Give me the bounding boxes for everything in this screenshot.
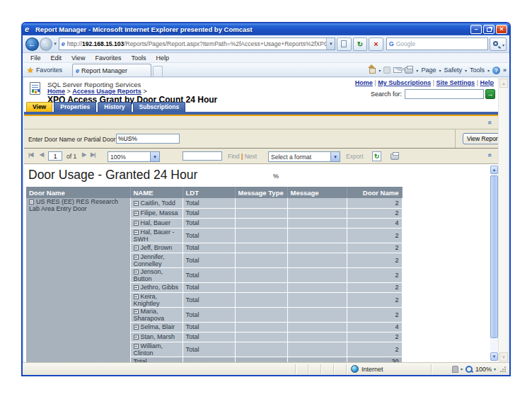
export-format-select[interactable]: Select a format ▾ [268,151,340,162]
scroll-down-icon[interactable]: ▼ [490,352,498,361]
help-icon[interactable]: ? [492,66,500,74]
history-dropdown-icon[interactable]: ▾ [54,41,57,47]
page-menu[interactable]: Page [421,66,436,74]
print-dropdown-icon[interactable]: ▾ [416,68,418,73]
scroll-up-icon[interactable]: ▲ [490,166,498,174]
prev-page-icon[interactable]: ◀ [40,151,43,158]
count-cell: 2 [347,342,402,357]
browser-scroll-down-icon[interactable]: ▼ [499,352,508,362]
breadcrumb-home[interactable]: Home [47,88,65,95]
zoom-select[interactable]: 100% ▾ [108,151,160,162]
expand-icon[interactable]: + [134,245,139,250]
new-tab-stub[interactable] [153,66,163,76]
link-help[interactable]: Help [480,79,494,86]
viewer-toolbar: |◀ ◀ of 1 ▶ ▶| 100% ▾ Find | Next Select… [24,149,498,164]
count-cell: 2 [347,228,402,243]
web-search-input[interactable]: G Google [386,37,489,50]
tab-history[interactable]: History [98,102,131,112]
link-home[interactable]: Home [355,79,373,86]
expand-icon[interactable]: + [134,270,139,274]
expand-icon[interactable]: + [134,294,139,299]
expand-icon[interactable]: + [134,201,139,206]
expand-icon[interactable]: + [134,230,139,235]
breadcrumb-folder[interactable]: Access Usage Reports [72,88,141,95]
refresh-button[interactable]: ↻ [353,37,368,51]
report-scrollbar[interactable]: ▲ ▼ [490,166,498,361]
next-page-icon[interactable]: ▶ [82,151,86,158]
expand-icon[interactable]: + [134,221,139,226]
tools-menu[interactable]: Tools [470,66,485,74]
expand-icon[interactable]: + [134,344,139,349]
address-dropdown-icon[interactable]: ▾ [326,38,335,50]
home-icon[interactable] [368,67,376,74]
column-header: Door Name [26,187,130,198]
toolbar-overflow-icon[interactable]: » [503,66,507,74]
select-mode-icon[interactable] [452,366,458,373]
collapse-header-icon[interactable]: « [487,121,495,125]
menu-tools[interactable]: Tools [126,54,151,62]
select-mode-dropdown-icon[interactable]: ▾ [461,366,463,371]
browser-zoom-level[interactable]: 100% [475,366,492,373]
last-page-icon[interactable]: ▶| [91,151,95,158]
mail-icon[interactable] [393,67,402,73]
expand-icon[interactable]: + [134,285,139,290]
expand-icon[interactable]: + [134,255,139,260]
collapse-toolbar-icon[interactable]: « [487,154,495,158]
stop-button[interactable]: × [369,37,383,51]
tab-properties[interactable]: Properties [54,102,96,112]
forward-button[interactable]: → [40,37,53,51]
print-report-icon[interactable] [391,154,399,160]
google-icon: G [389,40,394,47]
message-type-cell [235,332,287,342]
menu-view[interactable]: View [66,54,90,62]
print-icon[interactable] [405,67,413,74]
expand-icon[interactable]: + [134,211,139,216]
find-text-input[interactable] [183,151,222,161]
menu-favorites[interactable]: Favorites [90,54,126,62]
name-cell: +Keira, Knightley [130,292,183,307]
minimize-button[interactable]: – [470,25,482,34]
close-button[interactable]: × [496,25,507,34]
link-site-settings[interactable]: Site Settings [436,79,475,86]
address-field[interactable]: e http://192.168.15.103/Reports/Pages/Re… [59,37,335,50]
export-link[interactable]: Export [346,153,364,160]
ldt-cell: Total [183,228,235,243]
search-go-button[interactable]: ▾ [490,37,507,51]
first-page-icon[interactable]: |◀ [28,151,33,158]
restore-button[interactable] [483,25,495,34]
param-input[interactable] [116,134,180,144]
ie-window-icon: e [25,25,33,34]
message-cell [287,322,347,332]
title-bar[interactable]: e Report Manager - Microsoft Internet Ex… [23,23,509,35]
menu-help[interactable]: Help [151,54,174,62]
menu-file[interactable]: File [25,54,46,62]
next-link[interactable]: Next [245,153,257,160]
safety-menu[interactable]: Safety [444,66,462,74]
find-link[interactable]: Find [228,153,240,160]
browser-scroll-up-icon[interactable]: ▲ [499,79,508,88]
favorites-button[interactable]: ★ Favorites [23,64,68,76]
back-button[interactable]: ← [25,37,39,51]
favorites-label: Favorites [36,66,62,74]
expand-icon[interactable]: + [134,325,139,330]
param-divider [455,129,456,148]
search-go-arrow-button[interactable]: → [485,89,495,99]
search-for-input[interactable] [405,89,484,99]
zoom-level-dropdown-icon[interactable]: ▾ [494,366,496,371]
current-page-input[interactable] [48,151,62,161]
resize-grip[interactable] [499,366,507,373]
refresh-report-icon[interactable]: ↻ [372,151,381,161]
expand-icon[interactable]: + [134,335,139,340]
tab-report-manager[interactable]: e Report Manager [72,64,151,76]
tab-subscriptions[interactable]: Subscriptions [133,102,186,112]
go-page-button[interactable] [337,37,352,51]
browser-scrollbar[interactable]: ▲ ▼ [498,78,508,362]
home-dropdown-icon[interactable]: ▾ [378,68,381,73]
scrollbar-thumb[interactable] [490,175,498,338]
menu-edit[interactable]: Edit [46,54,67,62]
link-my-subscriptions[interactable]: My Subscriptions [378,79,431,86]
feed-icon[interactable] [383,66,391,74]
tab-view[interactable]: View [26,102,52,112]
collapse-icon[interactable]: − [29,200,34,204]
expand-icon[interactable]: + [134,309,139,314]
